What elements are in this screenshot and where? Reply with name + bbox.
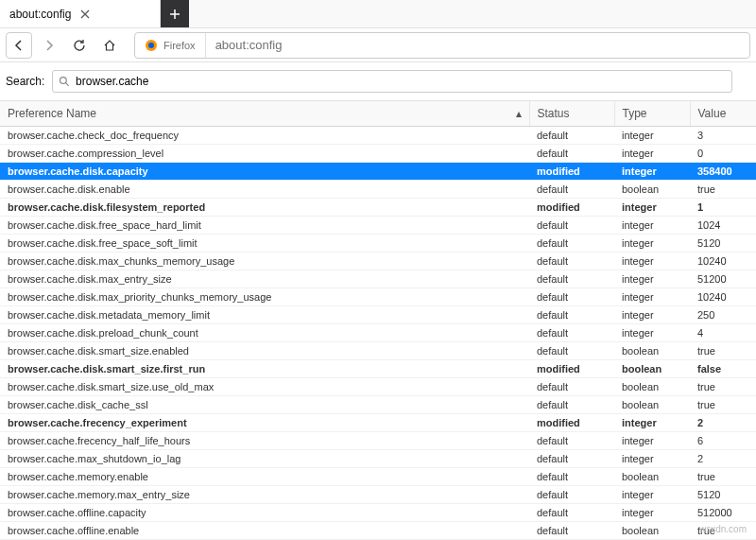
- pref-row[interactable]: browser.cache.disk.smart_size.first_runm…: [0, 360, 756, 378]
- pref-status: default: [529, 253, 614, 270]
- pref-value: false: [690, 360, 756, 378]
- pref-value: 3: [690, 127, 756, 145]
- pref-value: 4: [690, 324, 756, 342]
- pref-type: boolean: [614, 181, 690, 199]
- col-value[interactable]: Value: [690, 101, 756, 127]
- search-field[interactable]: [52, 70, 732, 93]
- firefox-icon: [145, 39, 158, 52]
- pref-type: boolean: [614, 360, 690, 378]
- pref-value: 5120: [690, 486, 756, 504]
- pref-row[interactable]: browser.cache.disk.preload_chunk_countde…: [0, 324, 756, 342]
- pref-name: browser.cache.offline.enable: [0, 522, 529, 540]
- pref-name: browser.cache.memory.enable: [0, 468, 529, 486]
- pref-type: integer: [614, 199, 690, 217]
- pref-row[interactable]: browser.cache.disk.smart_size.use_old_ma…: [0, 378, 756, 396]
- col-name[interactable]: Preference Name▴: [0, 101, 529, 127]
- identity-box[interactable]: Firefox: [135, 33, 206, 58]
- pref-row[interactable]: browser.cache.frecency_experimentmodifie…: [0, 414, 756, 432]
- pref-status: modified: [529, 414, 614, 432]
- pref-type: integer: [614, 450, 690, 468]
- pref-type: boolean: [614, 468, 690, 486]
- pref-status: default: [529, 396, 614, 414]
- pref-value: true: [690, 181, 756, 199]
- url-bar[interactable]: Firefox about:config: [134, 32, 750, 59]
- pref-row[interactable]: browser.cache.max_shutdown_io_lagdefault…: [0, 450, 756, 468]
- tab-active[interactable]: about:config: [0, 0, 161, 27]
- pref-name: browser.cache.disk.max_entry_size: [0, 270, 529, 288]
- pref-type: integer: [614, 288, 690, 306]
- pref-value: true: [690, 468, 756, 486]
- pref-value: true: [690, 378, 756, 396]
- pref-row[interactable]: browser.cache.disk.capacitymodifiedinteg…: [0, 163, 756, 181]
- pref-value: 10240: [690, 288, 756, 306]
- pref-name: browser.cache.disk.capacity: [0, 163, 529, 181]
- sort-asc-icon: ▴: [516, 107, 522, 120]
- pref-type: integer: [614, 127, 690, 145]
- close-icon[interactable]: [78, 8, 92, 21]
- pref-row[interactable]: browser.cache.disk.free_space_soft_limit…: [0, 235, 756, 253]
- pref-name: browser.cache.memory.max_entry_size: [0, 486, 529, 504]
- pref-type: integer: [614, 414, 690, 432]
- pref-row[interactable]: browser.cache.offline.capacitydefaultint…: [0, 504, 756, 522]
- new-tab-button[interactable]: [161, 0, 189, 27]
- pref-value: 250: [690, 306, 756, 324]
- search-icon: [59, 76, 70, 87]
- svg-point-2: [60, 78, 67, 84]
- table-header: Preference Name▴ Status Type Value: [0, 101, 756, 127]
- pref-value: 2: [690, 450, 756, 468]
- home-button[interactable]: [96, 32, 123, 59]
- pref-status: default: [529, 342, 614, 360]
- pref-type: integer: [614, 504, 690, 522]
- identity-label: Firefox: [163, 40, 196, 51]
- pref-status: default: [529, 217, 614, 235]
- pref-type: boolean: [614, 522, 690, 540]
- pref-value: 5120: [690, 235, 756, 253]
- pref-row[interactable]: browser.cache.disk.max_chunks_memory_usa…: [0, 253, 756, 270]
- pref-name: browser.cache.check_doc_frequency: [0, 127, 529, 145]
- pref-name: browser.cache.offline.capacity: [0, 504, 529, 522]
- col-type[interactable]: Type: [614, 101, 690, 127]
- pref-row[interactable]: browser.cache.frecency_half_life_hoursde…: [0, 432, 756, 450]
- pref-status: modified: [529, 163, 614, 181]
- pref-status: modified: [529, 199, 614, 217]
- pref-name: browser.cache.frecency_experiment: [0, 414, 529, 432]
- pref-row[interactable]: browser.cache.disk.enabledefaultbooleant…: [0, 181, 756, 199]
- pref-status: default: [529, 504, 614, 522]
- pref-value: 0: [690, 145, 756, 163]
- pref-value: true: [690, 396, 756, 414]
- forward-button[interactable]: [36, 32, 62, 59]
- pref-row[interactable]: browser.cache.disk.free_space_hard_limit…: [0, 217, 756, 235]
- pref-name: browser.cache.disk.smart_size.enabled: [0, 342, 529, 360]
- pref-type: integer: [614, 324, 690, 342]
- pref-row[interactable]: browser.cache.disk.smart_size.enableddef…: [0, 342, 756, 360]
- pref-name: browser.cache.disk.filesystem_reported: [0, 199, 529, 217]
- col-status[interactable]: Status: [529, 101, 614, 127]
- pref-status: default: [529, 324, 614, 342]
- pref-status: default: [529, 145, 614, 163]
- reload-button[interactable]: [66, 32, 93, 59]
- pref-status: modified: [529, 360, 614, 378]
- pref-type: integer: [614, 432, 690, 450]
- pref-row[interactable]: browser.cache.disk.filesystem_reportedmo…: [0, 199, 756, 217]
- pref-name: browser.cache.disk.smart_size.first_run: [0, 360, 529, 378]
- back-button[interactable]: [6, 32, 32, 59]
- search-input[interactable]: [76, 75, 726, 88]
- pref-type: boolean: [614, 342, 690, 360]
- pref-name: browser.cache.disk.free_space_hard_limit: [0, 217, 529, 235]
- pref-name: browser.cache.disk_cache_ssl: [0, 396, 529, 414]
- pref-name: browser.cache.disk.free_space_soft_limit: [0, 235, 529, 253]
- search-label: Search:: [6, 75, 44, 88]
- pref-row[interactable]: browser.cache.compression_leveldefaultin…: [0, 145, 756, 163]
- pref-row[interactable]: browser.cache.memory.enabledefaultboolea…: [0, 468, 756, 486]
- pref-row[interactable]: browser.cache.disk.max_entry_sizedefault…: [0, 270, 756, 288]
- pref-name: browser.cache.disk.enable: [0, 181, 529, 199]
- pref-status: default: [529, 270, 614, 288]
- pref-status: default: [529, 181, 614, 199]
- pref-row[interactable]: browser.cache.check_doc_frequencydefault…: [0, 127, 756, 145]
- pref-row[interactable]: browser.cache.memory.max_entry_sizedefau…: [0, 486, 756, 504]
- pref-row[interactable]: browser.cache.disk.max_priority_chunks_m…: [0, 288, 756, 306]
- url-text: about:config: [206, 38, 749, 52]
- pref-row[interactable]: browser.cache.offline.enabledefaultboole…: [0, 522, 756, 540]
- pref-row[interactable]: browser.cache.disk.metadata_memory_limit…: [0, 306, 756, 324]
- pref-row[interactable]: browser.cache.disk_cache_ssldefaultboole…: [0, 396, 756, 414]
